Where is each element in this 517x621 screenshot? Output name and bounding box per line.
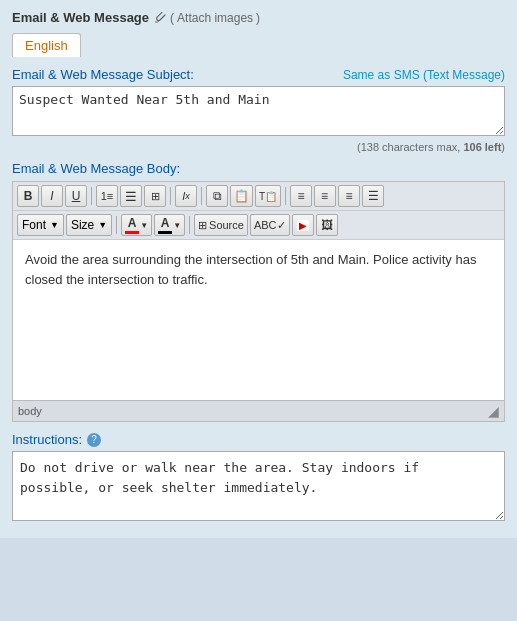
bg-color-button[interactable]: A ▼	[154, 214, 185, 236]
sep1	[91, 187, 92, 205]
youtube-icon: ▶	[297, 220, 309, 231]
image-icon: 🖼	[321, 218, 333, 232]
font-color-button[interactable]: A ▼	[121, 214, 152, 236]
resize-icon: ◢	[488, 403, 499, 419]
underline-button[interactable]: U	[65, 185, 87, 207]
toolbar-row1: B I U 1≡ ☰ ⊞ Ix ⧉ 📋 T📋 ≡ ≡ ≡ ☰	[13, 182, 504, 211]
paperclip-icon	[155, 12, 167, 24]
paste-text-button[interactable]: T📋	[255, 185, 281, 207]
copy-button[interactable]: ⧉	[206, 185, 228, 207]
toolbar-row2: Font ▼ Size ▼ A ▼ A ▼	[13, 211, 504, 240]
bg-color-arrow: ▼	[173, 221, 181, 230]
tab-bar: English	[12, 33, 505, 57]
ordered-list-button[interactable]: 1≡	[96, 185, 118, 207]
editor-content[interactable]: Avoid the area surrounding the intersect…	[13, 240, 504, 400]
font-color-a: A	[128, 216, 137, 230]
source-icon: ⊞	[198, 219, 207, 232]
section-title-text: Email & Web Message	[12, 10, 149, 25]
instructions-input[interactable]: Do not drive or walk near the area. Stay…	[12, 451, 505, 521]
char-count: (138 characters max, 106 left)	[12, 141, 505, 153]
clear-format-button[interactable]: Ix	[175, 185, 197, 207]
bg-color-bar	[158, 231, 172, 234]
attach-images-link[interactable]: (Attach images)	[155, 11, 260, 25]
body-text: Avoid the area surrounding the intersect…	[25, 252, 476, 287]
paste-button[interactable]: 📋	[230, 185, 253, 207]
editor-wrapper: B I U 1≡ ☰ ⊞ Ix ⧉ 📋 T📋 ≡ ≡ ≡ ☰ Font ▼	[12, 181, 505, 422]
unordered-list-button[interactable]: ☰	[120, 185, 142, 207]
align-right-button[interactable]: ≡	[338, 185, 360, 207]
body-tag: body	[18, 405, 42, 417]
bg-color-a: A	[161, 216, 170, 230]
sep2	[170, 187, 171, 205]
subject-input[interactable]: Suspect Wanted Near 5th and Main	[12, 86, 505, 136]
font-color-arrow: ▼	[140, 221, 148, 230]
table-button[interactable]: ⊞	[144, 185, 166, 207]
sep6	[189, 216, 190, 234]
justify-button[interactable]: ☰	[362, 185, 384, 207]
font-dropdown[interactable]: Font ▼	[17, 214, 64, 236]
align-center-button[interactable]: ≡	[314, 185, 336, 207]
editor-body-bar: body ◢	[13, 400, 504, 421]
size-dropdown[interactable]: Size ▼	[66, 214, 112, 236]
italic-button[interactable]: I	[41, 185, 63, 207]
sep4	[285, 187, 286, 205]
subject-label: Email & Web Message Subject:	[12, 67, 194, 82]
font-dropdown-arrow: ▼	[50, 220, 59, 230]
spellcheck-button[interactable]: ABC✓	[250, 214, 290, 236]
help-icon[interactable]: ?	[87, 433, 101, 447]
sep5	[116, 216, 117, 234]
sms-link[interactable]: Same as SMS (Text Message)	[343, 68, 505, 82]
body-label: Email & Web Message Body:	[12, 161, 505, 176]
section-title: Email & Web Message (Attach images)	[12, 10, 505, 25]
sep3	[201, 187, 202, 205]
font-color-bar	[125, 231, 139, 234]
attach-link-text: Attach images	[177, 11, 253, 25]
insert-image-button[interactable]: 🖼	[316, 214, 338, 236]
instructions-row: Instructions: ?	[12, 432, 505, 447]
bold-button[interactable]: B	[17, 185, 39, 207]
insert-video-button[interactable]: ▶	[292, 214, 314, 236]
spellcheck-icon: ABC✓	[254, 219, 286, 232]
subject-row: Email & Web Message Subject: Same as SMS…	[12, 67, 505, 82]
tab-english[interactable]: English	[12, 33, 81, 57]
align-left-button[interactable]: ≡	[290, 185, 312, 207]
source-button[interactable]: ⊞ Source	[194, 214, 248, 236]
size-dropdown-arrow: ▼	[98, 220, 107, 230]
instructions-label: Instructions:	[12, 432, 82, 447]
